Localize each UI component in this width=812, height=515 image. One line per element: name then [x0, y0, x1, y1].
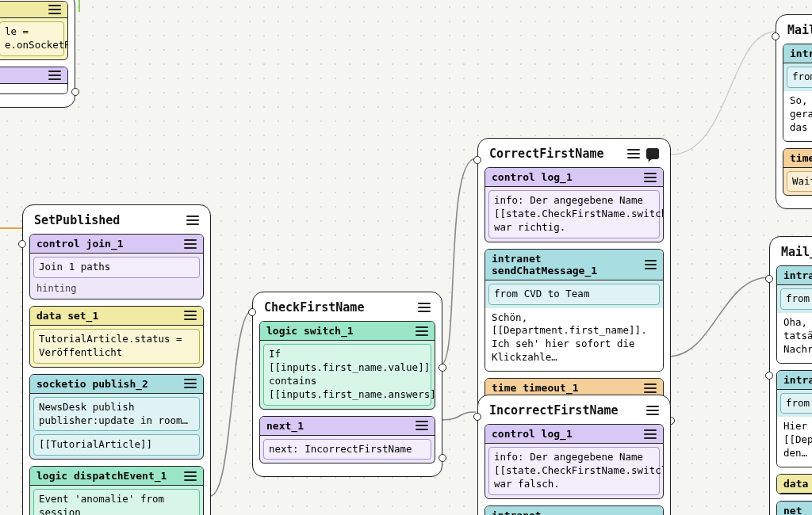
slot-value: next: IncorrectFirstName — [263, 439, 431, 460]
slot-label: intranet — [783, 269, 812, 281]
input-port[interactable] — [772, 32, 779, 40]
hamburger-icon — [48, 71, 61, 80]
input-port[interactable] — [248, 308, 256, 316]
slot-sub-value: from C — [780, 288, 812, 310]
slot-control-log[interactable]: control log_1 info: Der angegebene Name … — [485, 167, 664, 242]
slot-next[interactable]: next_1 next: IncorrectFirstName — [259, 416, 435, 464]
slot-value: info: Der angegebene Name [[state.CheckF… — [488, 447, 660, 495]
slot-label: logic dispatchEvent_1 — [36, 470, 167, 482]
input-port[interactable] — [765, 275, 773, 283]
node-mail-a1[interactable]: Mail_An intrane from So, w gerad das m t… — [776, 14, 812, 209]
slot-sub-value: from CVD to Team — [488, 284, 660, 305]
input-port-2[interactable] — [765, 372, 773, 380]
slot-value: info: Der angegebene Name [[state.CheckF… — [488, 190, 660, 238]
hamburger-icon[interactable] — [644, 173, 657, 182]
slot-label: intranet sendChatMessage_1 — [492, 253, 645, 277]
node-title: SetPublished — [34, 213, 186, 227]
slot-value: Oha, e tatsäc Nachri — [777, 313, 812, 363]
slot-label: next_1 — [266, 420, 304, 432]
slot-intranet-send-chat[interactable]: intranet sendChatMessage_1 from CVD to T… — [485, 249, 664, 372]
input-port[interactable] — [473, 413, 481, 421]
slot-logic-switch[interactable]: logic switch_1 If [[inputs.first_name.va… — [259, 321, 435, 410]
slot-data-set[interactable]: data set_1 TutorialArticle.status = Verö… — [29, 306, 204, 368]
slot-logic-dispatch[interactable]: logic dispatchEvent_1 Event 'anomalie' f… — [29, 466, 204, 515]
output-port-true[interactable] — [439, 364, 446, 372]
slot-value: Hier i [[Depa den… — [777, 417, 812, 467]
slot-intranet-send-chat[interactable]: intranet sendChatMessage_1 — [485, 505, 664, 515]
slot-socket-publish[interactable]: socketio publish_2 NewsDesk publish publ… — [29, 374, 204, 460]
hamburger-icon[interactable] — [627, 149, 640, 158]
node-title: IncorrectFirstName — [489, 403, 646, 418]
hamburger-icon[interactable] — [644, 383, 657, 393]
slot-lilac-fragment[interactable] — [0, 67, 68, 94]
slot-label: time ti — [790, 152, 812, 164]
slot-value: If [[inputs.first_name.value]] contains … — [263, 344, 431, 406]
slot-sub-value: from C — [780, 393, 812, 414]
hamburger-icon[interactable] — [644, 429, 657, 439]
output-port-next[interactable] — [439, 454, 446, 462]
output-port[interactable] — [71, 88, 79, 96]
slot-intranet[interactable]: intrane from So, w gerad das m — [783, 44, 812, 142]
slot-value: Event 'anomalie' from session — [33, 489, 200, 515]
hamburger-icon[interactable] — [645, 260, 657, 269]
node-title: Mail_An — [787, 23, 812, 37]
slot-label: control log_1 — [492, 428, 573, 440]
slot-value: Join 1 paths — [33, 257, 200, 278]
slot-label: socketio publish_2 — [36, 378, 148, 390]
slot-data-fragment[interactable]: le = e.onSocketRe — [0, 1, 68, 60]
slot-control-log[interactable]: control log_1 info: Der angegebene Name … — [485, 424, 664, 499]
input-port[interactable] — [18, 240, 26, 248]
slot-label: intrane — [790, 48, 812, 59]
slot-intranet-1[interactable]: intranet from C Oha, e tatsäc Nachri — [776, 265, 812, 364]
node-incorrect-first-name[interactable]: IncorrectFirstName control log_1 info: D… — [477, 395, 671, 515]
speech-icon[interactable] — [646, 148, 659, 159]
hamburger-icon[interactable] — [184, 471, 197, 481]
slot-label: logic switch_1 — [266, 325, 354, 337]
hamburger-icon — [48, 5, 61, 14]
slot-value: Wait — [787, 171, 812, 193]
slot-time-timeout[interactable]: time ti Wait — [783, 148, 812, 196]
node-set-published[interactable]: SetPublished control join_1 Join 1 paths… — [22, 204, 211, 515]
slot-value: So, w gerad das m — [783, 91, 812, 141]
hamburger-icon[interactable] — [186, 216, 199, 225]
slot-sub-value: [[TutorialArticle]] — [33, 434, 200, 456]
slot-label: data set_1 — [36, 310, 98, 322]
slot-label: intranet sendChatMessage_1 — [492, 509, 645, 515]
slot-control-join[interactable]: control join_1 Join 1 paths hinting — [29, 234, 204, 299]
hamburger-icon[interactable] — [416, 421, 428, 430]
slot-net[interactable]: net — [776, 501, 812, 515]
fragment-line1: le = — [5, 25, 59, 39]
hamburger-icon[interactable] — [646, 406, 659, 415]
node-truncated-top[interactable]: le = e.onSocketRe — [0, 0, 75, 108]
slot-value: NewsDesk publish publisher:update in roo… — [33, 397, 200, 432]
slot-intranet-2[interactable]: intranet from C Hier i [[Depa den… — [776, 370, 812, 468]
node-title: CorrectFirstName — [489, 147, 627, 161]
slot-label: control log_1 — [492, 171, 573, 183]
hamburger-icon[interactable] — [418, 303, 431, 312]
slot-label: time timeout_1 — [492, 382, 579, 394]
hamburger-icon[interactable] — [184, 311, 197, 320]
slot-label: control join_1 — [36, 238, 124, 250]
slot-label: net — [783, 505, 802, 515]
slot-value: Schön, [[Department.first_name]]. Ich se… — [485, 308, 663, 372]
slot-sub-value: from — [787, 67, 812, 88]
node-title: CheckFirstName — [264, 300, 418, 315]
slot-value: TutorialArticle.status = Veröffentlicht — [33, 329, 200, 364]
fragment-line2: e.onSocketRe — [5, 39, 59, 52]
slot-label: intranet — [783, 374, 812, 386]
input-port[interactable] — [473, 156, 481, 164]
slot-label: data set — [783, 478, 812, 490]
hamburger-icon[interactable] — [184, 239, 197, 249]
node-title: Mail_An — [781, 245, 812, 259]
slot-data-set[interactable]: data set — [776, 474, 812, 494]
node-check-first-name[interactable]: CheckFirstName logic switch_1 If [[input… — [252, 292, 442, 477]
slot-sub: hinting — [30, 281, 203, 299]
hamburger-icon[interactable] — [416, 326, 428, 336]
node-mail-a2[interactable]: Mail_An intranet from C Oha, e tatsäc Na… — [769, 236, 812, 515]
hamburger-icon[interactable] — [184, 379, 197, 388]
